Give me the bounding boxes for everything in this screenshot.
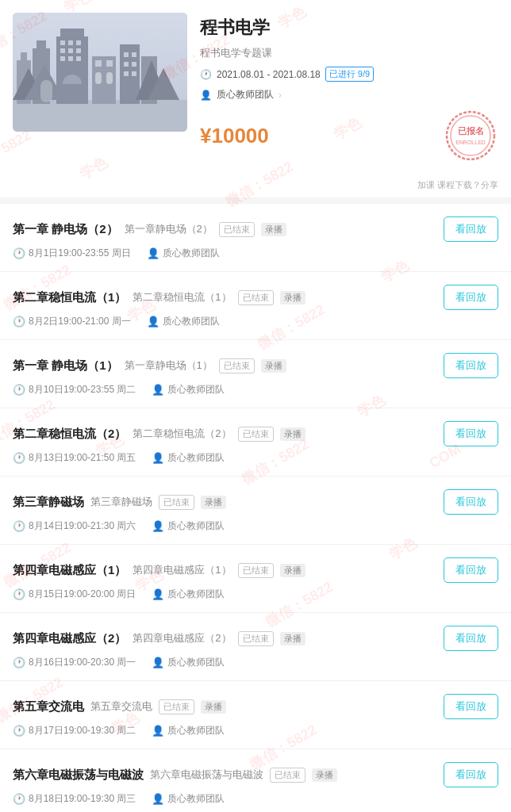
teacher-label: 质心教师团队	[167, 519, 225, 533]
lesson-datetime: 🕐 8月15日19:00-20:00 周日	[13, 588, 136, 601]
lesson-teacher: 👤 质心教师团队	[147, 247, 220, 260]
lesson-sub-title: 第一章静电场（1）	[125, 358, 213, 373]
course-footer-note: 加课 课程下载？分享	[0, 176, 511, 197]
svg-rect-6	[36, 40, 46, 52]
course-info-panel: 程书电学 程书电学专题课 🕐 2021.08.01 - 2021.08.18 已…	[200, 13, 498, 163]
lesson-title-group: 第五章交流电 第五章交流电 已结束 录播	[13, 699, 226, 714]
lesson-meta: 🕐 8月14日19:00-21:30 周六 👤 质心教师团队	[13, 519, 498, 533]
lesson-time: 8月18日19:00-19:30 周三	[29, 792, 136, 806]
lesson-title-group: 第一章 静电场（1） 第一章静电场（1） 已结束 录播	[13, 358, 286, 373]
teacher-label: 质心教师团队	[167, 383, 225, 396]
lesson-main-title: 第六章电磁振荡与电磁波	[13, 768, 144, 783]
lesson-teacher: 👤 质心教师团队	[152, 588, 225, 601]
svg-rect-12	[68, 40, 73, 45]
lesson-title-group: 第二章稳恒电流（1） 第二章稳恒电流（1） 已结束 录播	[13, 290, 305, 305]
lesson-ended-tag: 已结束	[159, 699, 194, 714]
course-teacher: 👤 质心教师团队 ›	[200, 88, 498, 102]
price-row: ¥10000 已报名 ENROLLED	[200, 108, 498, 163]
lesson-type-tag: 录播	[201, 496, 226, 509]
svg-rect-15	[68, 48, 73, 53]
lesson-teacher: 👤 质心教师团队	[152, 792, 225, 806]
svg-text:已报名: 已报名	[458, 126, 484, 136]
lesson-item: 第一章 静电场（1） 第一章静电场（1） 已结束 录播 看回放 🕐 8月10日1…	[0, 340, 511, 408]
svg-text:ENROLLED: ENROLLED	[455, 140, 486, 145]
lesson-top-row: 第六章电磁振荡与电磁波 第六章电磁振荡与电磁波 已结束 录播 看回放	[13, 762, 498, 787]
lesson-title-group: 第三章静磁场 第三章静磁场 已结束 录播	[13, 495, 226, 510]
replay-button[interactable]: 看回放	[444, 285, 498, 310]
course-title: 程书电学	[200, 16, 498, 40]
lesson-ended-tag: 已结束	[270, 768, 305, 783]
course-date: 🕐 2021.08.01 - 2021.08.18 已进行 9/9	[200, 67, 498, 82]
clock-icon: 🕐	[13, 588, 25, 600]
lesson-datetime: 🕐 8月14日19:00-21:30 周六	[13, 519, 136, 533]
lesson-title-group: 第一章 静电场（2） 第一章静电场（2） 已结束 录播	[13, 222, 286, 237]
lesson-type-tag: 录播	[280, 427, 305, 441]
lesson-ended-tag: 已结束	[238, 290, 274, 305]
person-icon: 👤	[152, 588, 164, 600]
clock-icon: 🕐	[13, 247, 25, 259]
lesson-meta: 🕐 8月17日19:00-19:30 周二 👤 质心教师团队	[13, 724, 498, 737]
svg-rect-37	[40, 80, 52, 102]
course-header: 程书电学 程书电学专题课 🕐 2021.08.01 - 2021.08.18 已…	[0, 0, 511, 176]
lesson-teacher: 👤 质心教师团队	[147, 315, 220, 328]
lesson-sub-title: 第四章电磁感应（1）	[133, 563, 231, 577]
lesson-sub-title: 第五章交流电	[90, 699, 152, 714]
lesson-main-title: 第三章静磁场	[13, 495, 84, 510]
lesson-teacher: 👤 质心教师团队	[152, 656, 225, 669]
lesson-item: 第六章电磁振荡与电磁波 第六章电磁振荡与电磁波 已结束 录播 看回放 🕐 8月1…	[0, 749, 511, 812]
replay-button[interactable]: 看回放	[444, 762, 498, 787]
lesson-time: 8月16日19:00-20:30 周一	[29, 656, 136, 669]
lesson-datetime: 🕐 8月2日19:00-21:00 周一	[13, 315, 131, 328]
lesson-top-row: 第一章 静电场（1） 第一章静电场（1） 已结束 录播 看回放	[13, 353, 498, 378]
replay-button[interactable]: 看回放	[444, 489, 498, 515]
lesson-meta: 🕐 8月2日19:00-21:00 周一 👤 质心教师团队	[13, 315, 498, 328]
person-icon: 👤	[147, 316, 159, 327]
lesson-meta: 🕐 8月10日19:00-23:55 周二 👤 质心教师团队	[13, 383, 498, 396]
svg-rect-10	[60, 29, 84, 40]
svg-rect-2	[13, 100, 187, 132]
replay-button[interactable]: 看回放	[444, 216, 498, 242]
person-icon: 👤	[152, 793, 164, 805]
svg-rect-21	[95, 72, 102, 84]
replay-button[interactable]: 看回放	[444, 557, 498, 583]
lesson-title-group: 第四章电磁感应（1） 第四章电磁感应（1） 已结束 录播	[13, 563, 305, 578]
replay-button[interactable]: 看回放	[444, 353, 498, 378]
replay-button[interactable]: 看回放	[444, 626, 498, 651]
svg-rect-36	[63, 84, 82, 104]
teacher-label: 质心教师团队	[163, 247, 220, 260]
person-icon: 👤	[152, 657, 164, 668]
lesson-time: 8月2日19:00-21:00 周一	[29, 315, 131, 328]
course-subtitle: 程书电学专题课	[200, 46, 498, 60]
clock-icon: 🕐	[13, 657, 25, 668]
lesson-item: 第四章电磁感应（1） 第四章电磁感应（1） 已结束 录播 看回放 🕐 8月15日…	[0, 545, 511, 613]
lesson-datetime: 🕐 8月10日19:00-23:55 周二	[13, 383, 136, 396]
lesson-datetime: 🕐 8月17日19:00-19:30 周二	[13, 724, 136, 737]
lesson-item: 第四章电磁感应（2） 第四章电磁感应（2） 已结束 录播 看回放 🕐 8月16日…	[0, 613, 511, 681]
lesson-datetime: 🕐 8月1日19:00-23:55 周日	[13, 247, 131, 260]
lesson-sub-title: 第一章静电场（2）	[125, 222, 213, 236]
svg-rect-29	[132, 62, 136, 67]
lesson-meta: 🕐 8月18日19:00-19:30 周三 👤 质心教师团队	[13, 792, 498, 806]
replay-button[interactable]: 看回放	[444, 421, 498, 446]
teacher-label: 质心教师团队	[167, 724, 225, 737]
lesson-type-tag: 录播	[261, 223, 286, 236]
svg-rect-31	[132, 71, 136, 76]
lesson-top-row: 第二章稳恒电流（2） 第二章稳恒电流（2） 已结束 录播 看回放	[13, 421, 498, 446]
lesson-main-title: 第一章 静电场（1）	[13, 358, 118, 373]
lesson-type-tag: 录播	[280, 291, 305, 304]
svg-rect-30	[124, 71, 129, 76]
lesson-main-title: 第二章稳恒电流（1）	[13, 290, 126, 305]
clock-icon: 🕐	[13, 793, 25, 805]
lesson-time: 8月15日19:00-20:00 周日	[29, 588, 136, 601]
lesson-ended-tag: 已结束	[219, 358, 255, 373]
clock-icon: 🕐	[13, 384, 25, 396]
svg-rect-11	[60, 40, 65, 45]
replay-button[interactable]: 看回放	[444, 694, 498, 719]
lesson-teacher: 👤 质心教师团队	[152, 451, 225, 465]
lesson-teacher: 👤 质心教师团队	[152, 519, 225, 533]
lesson-sub-title: 第二章稳恒电流（2）	[133, 427, 231, 441]
person-icon: 👤	[152, 520, 164, 532]
lesson-title-group: 第四章电磁感应（2） 第四章电磁感应（2） 已结束 录播	[13, 631, 305, 646]
lesson-type-tag: 录播	[261, 359, 286, 373]
progress-status: 已进行 9/9	[325, 67, 374, 82]
